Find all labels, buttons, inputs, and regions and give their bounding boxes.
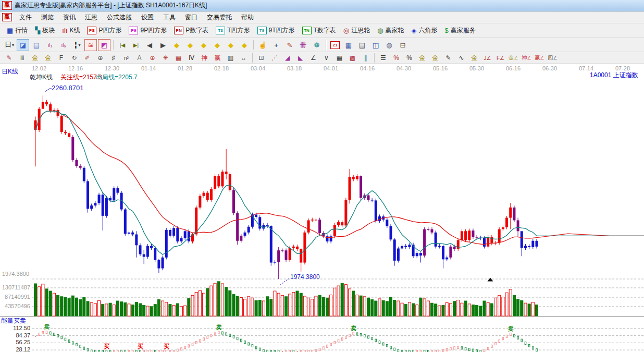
pattern-window-icon[interactable]: ◪ <box>17 39 29 51</box>
menu-工具[interactable]: 工具 <box>158 12 180 22</box>
toolbar-9t-square[interactable]: T99T四方形 <box>254 25 299 37</box>
box-select-icon[interactable]: ⊡ <box>255 53 267 64</box>
gann-diamond-star-icon[interactable]: ◆ <box>211 39 224 51</box>
9t-square-label: 9T四方形 <box>269 26 295 35</box>
chart-area[interactable]: 卖卖卖卖买买买 12-0212-1612-3001-1401-2802-1803… <box>0 64 644 352</box>
save-icon[interactable]: ◫ <box>369 39 382 51</box>
calculator-icon[interactable]: ▦ <box>342 39 355 51</box>
shen-grid-icon[interactable]: 神 <box>199 53 210 64</box>
crosshair-tool-icon[interactable]: + <box>270 39 282 51</box>
report-icon[interactable]: ▤ <box>356 39 368 51</box>
menu-交易委托[interactable]: 交易委托 <box>202 12 237 22</box>
fan-up-icon[interactable]: ◣ <box>294 53 306 64</box>
menu-设置[interactable]: 设置 <box>137 12 158 22</box>
rotate-tool-icon[interactable]: ↻ <box>68 53 80 64</box>
nav-next-icon[interactable]: ▶ <box>157 39 169 51</box>
gann-square-tool-icon[interactable]: 冊 <box>297 39 309 51</box>
menu-窗口[interactable]: 窗口 <box>180 12 202 22</box>
f-tool-icon[interactable]: F <box>55 53 67 64</box>
menu-浏览[interactable]: 浏览 <box>36 12 58 22</box>
sharp-ruler-icon[interactable]: ♯ <box>107 53 119 64</box>
count-lines-icon[interactable]: Ⅳ <box>185 53 197 64</box>
info-board-icon[interactable]: ▤ <box>30 39 43 51</box>
f-angle-icon[interactable]: F∠ <box>494 53 506 64</box>
four-angle-icon[interactable]: 四∠ <box>547 53 559 64</box>
scale-tool-icon[interactable]: ☰ <box>377 53 389 64</box>
gold-gate-2-icon[interactable]: 金 <box>42 53 54 64</box>
window-title: 赢家江恩专业版[赢家内部服务平台] - [上证指数 SH1A0001-167日K… <box>15 1 207 10</box>
pencil-angle-icon[interactable]: ✐ <box>81 53 93 64</box>
parallel-icon[interactable]: ∥ <box>360 53 371 64</box>
j-angle-icon[interactable]: J∠ <box>481 53 493 64</box>
multi-color-chart-icon[interactable]: ◩ <box>98 39 110 51</box>
trend-angle-icon[interactable]: ∠ <box>307 53 319 64</box>
hand-tool-icon[interactable]: ☝ <box>256 39 269 51</box>
ying-angle-icon[interactable]: 赢∠ <box>534 53 546 64</box>
kline-chart-canvas[interactable]: 卖卖卖卖买买买 <box>0 64 644 352</box>
menu-文件[interactable]: 文件 <box>15 12 36 22</box>
print-icon[interactable]: ⊟ <box>397 39 409 51</box>
candle-period-dropdown-icon[interactable]: ╏▾ <box>71 39 83 51</box>
gann-diamond-left-icon[interactable]: ◆ <box>170 39 183 51</box>
gold-angle-icon[interactable]: 金∠ <box>507 53 519 64</box>
spiral-tool-icon[interactable]: ❁ <box>311 39 323 51</box>
vertical-lines-icon[interactable]: ⅲ <box>16 53 28 64</box>
gann-diamond-cross-icon[interactable]: ◆ <box>238 39 251 51</box>
wave-tool-icon[interactable]: ∿ <box>455 53 467 64</box>
grid-b-icon[interactable]: ▩ <box>346 53 358 64</box>
toolbar-winner-service[interactable]: $赢家服务 <box>441 25 479 37</box>
period-day-dropdown-icon[interactable]: 日▾ <box>3 39 16 51</box>
percent-icon[interactable]: % <box>403 53 415 64</box>
menu-资讯[interactable]: 资讯 <box>58 12 80 22</box>
star-grid-icon[interactable]: ✳ <box>159 53 171 64</box>
draw-line-tool-icon[interactable]: ✎ <box>283 39 296 51</box>
mirror-a-icon[interactable]: A <box>133 53 145 64</box>
chart-3-icon[interactable]: ıl₃ <box>44 39 56 51</box>
brush-tool-icon[interactable]: ✎ <box>442 53 454 64</box>
gann-diamond-right-icon[interactable]: ◆ <box>184 39 196 51</box>
pencil-icon[interactable]: ✎ <box>3 53 15 64</box>
toolbar-kline[interactable]: ılıK线 <box>58 25 83 37</box>
sell-signal-label: 卖 <box>351 325 356 331</box>
toolbar-gann-wheel[interactable]: ◎江恩轮 <box>340 25 374 37</box>
menu-帮助[interactable]: 帮助 <box>237 12 258 22</box>
menu-公式选股[interactable]: 公式选股 <box>102 12 137 22</box>
toolbar-9p-square[interactable]: P99P四方形 <box>125 25 170 37</box>
fan-down-icon[interactable]: ◢ <box>281 53 293 64</box>
toolbar-quotes[interactable]: ▦行情 <box>3 25 31 37</box>
width-measure-icon[interactable]: ↔ <box>238 53 250 64</box>
ying-grid-icon[interactable]: 赢 <box>212 53 224 64</box>
gann-diamond-burst-icon[interactable]: ◆ <box>225 39 237 51</box>
web-grid-icon[interactable]: ▦ <box>172 53 184 64</box>
ruler-123-icon[interactable]: ▥ <box>225 53 237 64</box>
calendar-icon[interactable]: 21 <box>329 39 341 51</box>
gold-circle-icon[interactable]: 金 <box>416 53 428 64</box>
gold-line-icon[interactable]: 金 <box>429 53 441 64</box>
gann-diamond-expand-icon[interactable]: ◆ <box>197 39 210 51</box>
toolbar-sectors[interactable]: ▚板块 <box>31 25 58 37</box>
ex-rights-icon[interactable]: ≋ <box>84 39 97 51</box>
circle-cross-icon[interactable]: ⊕ <box>94 53 106 64</box>
shen-angle-icon[interactable]: 神∠ <box>521 53 532 64</box>
menu-江恩[interactable]: 江恩 <box>80 12 102 22</box>
vee-tool-icon[interactable]: ∨ <box>320 53 332 64</box>
toolbar-p-square[interactable]: PSP四方形 <box>83 25 125 37</box>
toolbar-t-square[interactable]: T3T四方形 <box>212 25 253 37</box>
nav-last-icon[interactable]: ▶| <box>130 39 142 51</box>
net-export-icon[interactable]: ◍ <box>383 39 395 51</box>
gold-gate-1-icon[interactable]: 金 <box>29 53 41 64</box>
nav-first-icon[interactable]: |◀ <box>116 39 129 51</box>
n-squared-icon[interactable]: n² <box>120 53 132 64</box>
toolbar-hexagon[interactable]: ◈六角形 <box>408 25 441 37</box>
toolbar-t-number-table[interactable]: TNT数字表 <box>299 25 340 37</box>
toolbar-separator <box>252 53 253 63</box>
grid-a-icon[interactable]: ▦ <box>333 53 345 64</box>
nav-prev-icon[interactable]: ◀ <box>143 39 156 51</box>
toolbar-winner-wheel[interactable]: ◍赢家轮 <box>374 25 407 37</box>
toolbar-p-number-table[interactable]: PNP数字表 <box>170 25 212 37</box>
chart-9-icon[interactable]: ıl₉ <box>57 39 70 51</box>
percent-line-icon[interactable]: % <box>390 53 402 64</box>
gold-angle-base-icon[interactable]: 金 <box>468 53 480 64</box>
target-red-icon[interactable]: ⊕ <box>146 53 158 64</box>
rays-icon[interactable]: ⋰ <box>268 53 280 64</box>
